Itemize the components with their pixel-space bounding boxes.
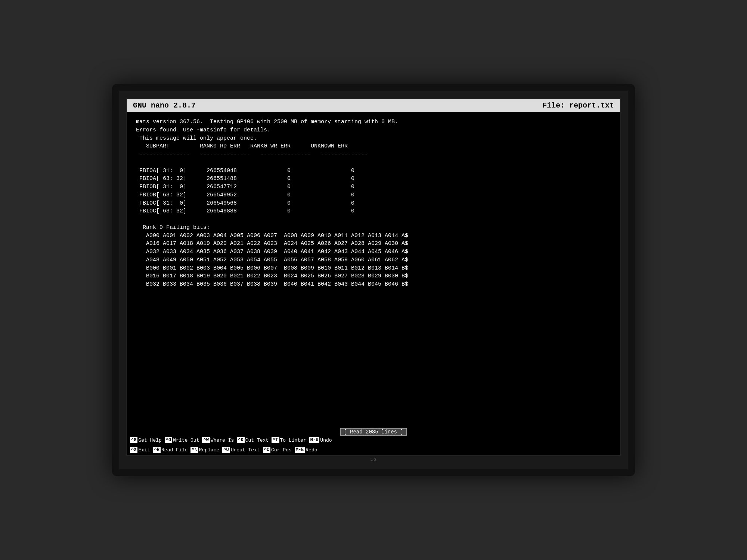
- key-g: ^G: [130, 437, 137, 443]
- key-backslash: ^\: [190, 447, 198, 453]
- monitor-brand: LG: [126, 456, 621, 462]
- cmd-uncut-text[interactable]: ^U Uncut Text: [222, 447, 260, 453]
- key-m-e: M-E: [295, 447, 305, 453]
- command-bar-2: ^X Exit ^R Read File ^\ Replace ^U Uncut…: [127, 445, 620, 455]
- key-t: ^T: [272, 437, 279, 443]
- key-o: ^O: [165, 437, 172, 443]
- label-uncut-text: Uncut Text: [231, 447, 260, 453]
- cmd-where-is[interactable]: ^W Where Is: [202, 437, 234, 443]
- cmd-replace[interactable]: ^\ Replace: [190, 447, 219, 453]
- cmd-get-help[interactable]: ^G Get Help: [130, 437, 162, 443]
- key-c: ^C: [263, 447, 270, 453]
- terminal-text: mats version 367.56. Testing GP106 with …: [136, 118, 611, 289]
- label-cur-pos: Cur Pos: [271, 447, 292, 453]
- status-message: [ Read 2085 lines ]: [340, 428, 407, 436]
- label-replace: Replace: [199, 447, 220, 453]
- label-write-out: Write Out: [173, 438, 199, 443]
- monitor: GNU nano 2.8.7 File: report.txt mats ver…: [112, 84, 635, 476]
- cmd-to-linter[interactable]: ^T To Linter: [272, 437, 306, 443]
- label-exit: Exit: [138, 447, 150, 453]
- terminal-content: mats version 367.56. Testing GP106 with …: [127, 112, 620, 428]
- label-undo: Undo: [320, 438, 332, 443]
- label-read-file: Read File: [161, 447, 187, 453]
- status-bar: [ Read 2085 lines ]: [127, 428, 620, 436]
- command-bar: ^G Get Help ^O Write Out ^W Where Is ^K …: [127, 436, 620, 445]
- cmd-undo[interactable]: M-U Undo: [309, 437, 332, 443]
- label-get-help: Get Help: [138, 438, 161, 443]
- key-r: ^R: [153, 447, 161, 453]
- key-x: ^X: [130, 447, 137, 453]
- cmd-read-file[interactable]: ^R Read File: [153, 447, 188, 453]
- cmd-cur-pos[interactable]: ^C Cur Pos: [263, 447, 292, 453]
- key-u-undo: M-U: [309, 437, 320, 443]
- cmd-exit[interactable]: ^X Exit: [130, 447, 150, 453]
- cmd-redo[interactable]: M-E Redo: [295, 447, 317, 453]
- app-name: GNU nano 2.8.7: [133, 101, 196, 110]
- title-bar: GNU nano 2.8.7 File: report.txt: [127, 99, 620, 112]
- key-k: ^K: [237, 437, 244, 443]
- key-u-uncut: ^U: [222, 447, 230, 453]
- screen: GNU nano 2.8.7 File: report.txt mats ver…: [126, 98, 621, 456]
- label-redo: Redo: [306, 447, 317, 453]
- label-to-linter: To Linter: [280, 438, 306, 443]
- cmd-write-out[interactable]: ^O Write Out: [165, 437, 199, 443]
- label-cut-text: Cut Text: [245, 438, 269, 443]
- key-w: ^W: [202, 437, 210, 443]
- cmd-cut-text[interactable]: ^K Cut Text: [237, 437, 269, 443]
- label-where-is: Where Is: [211, 438, 234, 443]
- file-name: File: report.txt: [542, 101, 614, 110]
